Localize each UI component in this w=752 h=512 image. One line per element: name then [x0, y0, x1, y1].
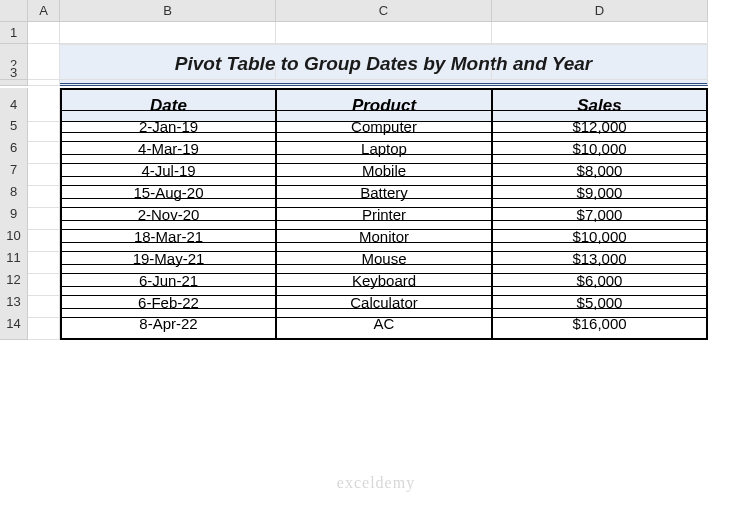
watermark-text: exceldemy: [337, 474, 415, 492]
cell-B1[interactable]: [60, 22, 276, 44]
select-all-corner[interactable]: [0, 0, 28, 22]
cell-A3[interactable]: [28, 66, 60, 80]
cell-date-9[interactable]: 8-Apr-22: [60, 308, 276, 340]
spreadsheet-grid: A B C D 1 2 Pivot Table to Group Dates b…: [0, 0, 752, 330]
row-header-3[interactable]: 3: [0, 66, 28, 80]
cell-product-9[interactable]: AC: [276, 308, 492, 340]
col-header-B[interactable]: B: [60, 0, 276, 22]
col-header-A[interactable]: A: [28, 0, 60, 22]
col-header-C[interactable]: C: [276, 0, 492, 22]
row-header-14[interactable]: 14: [0, 308, 28, 340]
cell-D1[interactable]: [492, 22, 708, 44]
cell-C3[interactable]: [276, 66, 492, 80]
cell-C1[interactable]: [276, 22, 492, 44]
col-header-D[interactable]: D: [492, 0, 708, 22]
cell-A1[interactable]: [28, 22, 60, 44]
cell-sales-9[interactable]: $16,000: [492, 308, 708, 340]
cell-D3[interactable]: [492, 66, 708, 80]
cell-A14[interactable]: [28, 308, 60, 340]
cell-B3[interactable]: [60, 66, 276, 80]
row-header-1[interactable]: 1: [0, 22, 28, 44]
